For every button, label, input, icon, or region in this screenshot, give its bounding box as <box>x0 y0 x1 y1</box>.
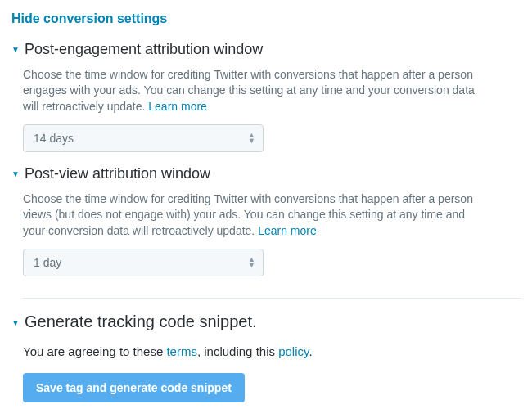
post-engagement-desc: Choose the time window for crediting Twi… <box>23 67 481 115</box>
post-engagement-select-value: 14 days <box>34 131 74 147</box>
hide-conversion-settings-link[interactable]: Hide conversion settings <box>11 10 521 28</box>
post-engagement-section: ▼ Post-engagement attribution window Cho… <box>11 39 521 152</box>
caret-down-icon: ▼ <box>11 319 20 327</box>
caret-down-icon: ▼ <box>11 170 20 178</box>
policy-link[interactable]: policy <box>278 344 309 358</box>
post-engagement-select[interactable]: 14 days ▲▼ <box>23 124 264 152</box>
post-engagement-title: Post-engagement attribution window <box>25 39 263 60</box>
save-generate-button[interactable]: Save tag and generate code snippet <box>23 373 245 402</box>
post-engagement-header[interactable]: ▼ Post-engagement attribution window <box>11 39 521 60</box>
post-view-section: ▼ Post-view attribution window Choose th… <box>11 164 521 276</box>
learn-more-link[interactable]: Learn more <box>258 224 317 237</box>
terms-link[interactable]: terms <box>166 344 197 358</box>
learn-more-link[interactable]: Learn more <box>148 100 207 113</box>
tracking-header[interactable]: ▼ Generate tracking code snippet. <box>11 310 521 333</box>
post-view-title: Post-view attribution window <box>25 164 210 184</box>
post-view-select[interactable]: 1 day ▲▼ <box>23 249 264 276</box>
divider <box>23 298 521 299</box>
agreement-text: You are agreeing to these terms, includi… <box>23 343 521 360</box>
tracking-title: Generate tracking code snippet. <box>25 310 257 333</box>
post-view-header[interactable]: ▼ Post-view attribution window <box>11 164 521 184</box>
caret-down-icon: ▼ <box>11 46 20 54</box>
post-view-select-value: 1 day <box>34 255 61 272</box>
tracking-section: ▼ Generate tracking code snippet. You ar… <box>11 310 521 402</box>
post-view-desc: Choose the time window for crediting Twi… <box>23 191 481 240</box>
